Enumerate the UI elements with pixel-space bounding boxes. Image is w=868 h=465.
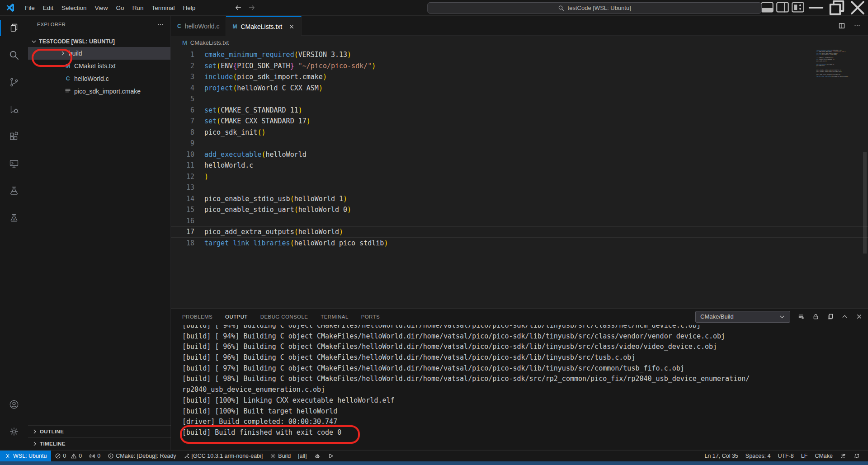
workspace-section-header[interactable]: TESTCODE [WSL: UBUNTU] — [28, 36, 170, 47]
activity-remote-explorer[interactable] — [0, 152, 28, 175]
lock-scroll-icon[interactable] — [812, 313, 819, 320]
tab-cmakelists-txt[interactable]: MCMakeLists.txt — [226, 16, 302, 36]
status-language-mode[interactable]: CMake — [811, 451, 836, 462]
code-line-9: 9 — [171, 138, 868, 149]
status-encoding[interactable]: UTF-8 — [774, 451, 797, 462]
status-indentation[interactable]: Spaces: 4 — [742, 451, 774, 462]
status-eol[interactable]: LF — [797, 451, 811, 462]
status-cmake-launch-button[interactable] — [324, 451, 338, 462]
gear-icon — [270, 453, 276, 459]
close-panel-icon[interactable] — [856, 313, 863, 320]
clear-output-icon[interactable] — [798, 313, 805, 320]
explorer-item-build[interactable]: build — [28, 47, 170, 60]
close-tab-icon[interactable] — [288, 23, 295, 30]
code-text: project(helloWorld C CXX ASM) — [816, 54, 837, 56]
line-number: 3 — [171, 71, 194, 83]
code-line-6: 6set(CMAKE_C_STANDARD 11) — [171, 105, 868, 116]
title-bar: FileEditSelectionViewGoRunTerminalHelp t… — [0, 0, 868, 16]
code-line-13: 13 — [171, 182, 868, 193]
panel-tab-output[interactable]: OUTPUT — [225, 309, 248, 324]
activity-lab-extension[interactable]: A — [0, 206, 28, 230]
output-log[interactable]: [build] [ 94%] Building C object CMakeFi… — [171, 325, 868, 450]
more-actions-icon[interactable] — [157, 21, 164, 28]
status-cursor-position[interactable]: Ln 17, Col 35 — [701, 451, 741, 462]
status-cmake-kit[interactable]: [GCC 10.3.1 arm-none-eabi] — [180, 451, 267, 462]
close-window-button[interactable] — [847, 0, 868, 16]
status-cmake-build-target[interactable]: [all] — [294, 451, 310, 462]
command-center-search[interactable]: testCode [WSL: Ubuntu] — [427, 2, 762, 14]
activity-source-control[interactable] — [0, 70, 28, 94]
code-text: helloWorld.c — [204, 160, 253, 171]
minimize-button[interactable] — [806, 0, 826, 16]
line-number: 7 — [171, 116, 194, 127]
tab-helloworld-c[interactable]: ChelloWorld.c — [171, 16, 226, 36]
breadcrumb[interactable]: M CMakeLists.txt — [171, 36, 868, 49]
minimap[interactable]: 1cmake_minimum_required(VERSION 3.13)2se… — [816, 50, 857, 82]
explorer-item-pico-sdk-import-cmake[interactable]: pico_sdk_import.cmake — [28, 85, 170, 98]
panel-tab-terminal[interactable]: TERMINAL — [321, 309, 348, 324]
log-line-build-finished: [build] Build finished with exit code 0 — [182, 427, 868, 438]
go-forward-icon[interactable] — [248, 4, 255, 11]
menu-run[interactable]: Run — [128, 0, 148, 16]
code-text: pico_add_extra_outputs(helloWorld) — [204, 226, 343, 238]
customize-layout-icon[interactable] — [790, 0, 806, 16]
maximize-panel-icon[interactable] — [841, 313, 848, 320]
open-in-editor-icon[interactable] — [827, 313, 834, 320]
status-label: UTF-8 — [778, 453, 793, 459]
status-feedback[interactable] — [836, 451, 850, 462]
code-text: set(CMAKE_CXX_STANDARD 17) — [204, 116, 311, 127]
activity-accounts[interactable] — [0, 393, 28, 416]
activity-run-and-debug[interactable] — [0, 98, 28, 121]
status-notifications[interactable] — [850, 451, 863, 462]
code-text: target_link_libraries(helloWorld pico_st… — [204, 238, 388, 249]
menu-go[interactable]: Go — [112, 0, 128, 16]
info-icon — [108, 453, 114, 459]
activity-settings[interactable] — [0, 420, 28, 443]
section-timeline[interactable]: TIMELINE — [28, 437, 171, 450]
remote-indicator[interactable]: WSL: Ubuntu — [0, 451, 51, 462]
status-problems[interactable]: 00 — [51, 451, 85, 462]
more-actions-icon[interactable] — [854, 22, 861, 29]
explorer-item-cmakelists-txt[interactable]: MCMakeLists.txt — [28, 60, 170, 72]
sidebar-title: EXPLORER — [37, 22, 66, 27]
status-label: Ln 17, Col 35 — [704, 453, 738, 459]
circle-slash-icon — [55, 453, 61, 459]
status-cmake-build-button[interactable]: Build — [266, 451, 294, 462]
menu-selection[interactable]: Selection — [57, 0, 91, 16]
toggle-secondary-sidebar-icon[interactable] — [775, 0, 790, 16]
tab-bar-actions — [838, 16, 868, 35]
activity-extensions[interactable] — [0, 125, 28, 148]
log-line: rp2040_usb_device_enumeration.c.obj — [182, 385, 868, 395]
explorer-item-helloworld-c[interactable]: ChelloWorld.c — [28, 72, 170, 85]
status-forwarded-ports[interactable]: 0 — [85, 451, 104, 462]
menu-help[interactable]: Help — [179, 0, 199, 16]
activity-explorer[interactable] — [0, 16, 28, 40]
menu-file[interactable]: File — [21, 0, 39, 16]
activity-testing[interactable] — [0, 179, 28, 202]
activity-search[interactable] — [0, 43, 28, 67]
split-editor-icon[interactable] — [838, 22, 845, 29]
maximize-button[interactable] — [826, 0, 847, 16]
line-number: 13 — [171, 182, 194, 193]
editor-tab-bar: ChelloWorld.cMCMakeLists.txt — [171, 16, 868, 36]
status-bar: WSL: Ubuntu 000CMake: [Debug]: Ready[GCC… — [0, 450, 868, 461]
go-back-icon[interactable] — [235, 4, 242, 11]
section-outline[interactable]: OUTLINE — [28, 425, 171, 437]
menu-terminal[interactable]: Terminal — [147, 0, 179, 16]
status-cmake-status[interactable]: CMake: [Debug]: Ready — [104, 451, 179, 462]
vscode-logo-icon — [0, 3, 21, 13]
panel-tab-ports[interactable]: PORTS — [361, 309, 380, 324]
menu-view[interactable]: View — [91, 0, 112, 16]
chevron-down-icon — [31, 38, 37, 45]
panel-tab-debug-console[interactable]: DEBUG CONSOLE — [260, 309, 308, 324]
code-line-11: 11helloWorld.c — [171, 160, 868, 171]
tab-label: CMakeLists.txt — [241, 23, 282, 30]
menu-edit[interactable]: Edit — [39, 0, 57, 16]
line-number: 5 — [171, 94, 194, 105]
status-cmake-debug-button[interactable] — [311, 451, 324, 462]
code-editor[interactable]: 1cmake_minimum_required(VERSION 3.13)2se… — [171, 49, 868, 324]
status-label: CMake — [815, 453, 833, 459]
panel-tab-problems[interactable]: PROBLEMS — [182, 309, 212, 324]
editor-scrollbar[interactable] — [863, 152, 867, 254]
output-channel-select[interactable]: CMake/Build — [695, 311, 790, 323]
